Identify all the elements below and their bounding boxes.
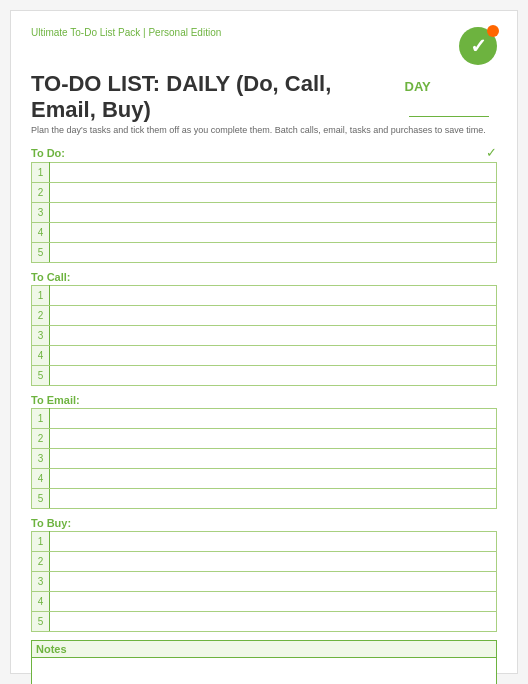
page: Ultimate To-Do List Pack | Personal Edit… (10, 10, 518, 674)
row-content[interactable] (50, 552, 497, 572)
row-content[interactable] (50, 243, 497, 263)
row-number: 2 (32, 183, 50, 203)
section-header-1: To Call: (31, 271, 497, 283)
day-line (409, 116, 489, 117)
row-content[interactable] (50, 223, 497, 243)
row-number: 4 (32, 592, 50, 612)
notes-body[interactable] (31, 657, 497, 684)
section-table-0: 12345 (31, 162, 497, 263)
table-row: 3 (32, 326, 497, 346)
section-label-3: To Buy: (31, 517, 71, 529)
main-title-row: TO-DO LIST: DAILY (Do, Call, Email, Buy)… (31, 71, 497, 123)
table-row: 2 (32, 306, 497, 326)
row-number: 3 (32, 572, 50, 592)
row-content[interactable] (50, 163, 497, 183)
row-content[interactable] (50, 346, 497, 366)
table-row: 4 (32, 223, 497, 243)
table-row: 1 (32, 286, 497, 306)
row-content[interactable] (50, 203, 497, 223)
section-1: To Call:12345 (31, 271, 497, 386)
table-row: 2 (32, 183, 497, 203)
table-row: 5 (32, 243, 497, 263)
day-label: DAY (405, 71, 497, 123)
table-row: 5 (32, 489, 497, 509)
row-number: 4 (32, 223, 50, 243)
section-label-1: To Call: (31, 271, 71, 283)
section-2: To Email:12345 (31, 394, 497, 509)
table-row: 3 (32, 203, 497, 223)
table-row: 2 (32, 552, 497, 572)
row-content[interactable] (50, 592, 497, 612)
section-header-0: To Do:✓ (31, 145, 497, 160)
row-number: 5 (32, 489, 50, 509)
row-number: 5 (32, 243, 50, 263)
section-label-0: To Do: (31, 147, 65, 159)
row-number: 1 (32, 409, 50, 429)
notes-section: Notes (31, 640, 497, 684)
row-content[interactable] (50, 612, 497, 632)
row-number: 2 (32, 306, 50, 326)
row-number: 3 (32, 449, 50, 469)
row-content[interactable] (50, 183, 497, 203)
table-row: 3 (32, 449, 497, 469)
section-checkmark: ✓ (486, 145, 497, 160)
top-title: Ultimate To-Do List Pack | Personal Edit… (31, 27, 221, 38)
top-bar: Ultimate To-Do List Pack | Personal Edit… (31, 27, 497, 65)
notes-label: Notes (31, 640, 497, 657)
row-content[interactable] (50, 409, 497, 429)
section-0: To Do:✓12345 (31, 145, 497, 263)
row-content[interactable] (50, 286, 497, 306)
section-3: To Buy:12345 (31, 517, 497, 632)
table-row: 4 (32, 592, 497, 612)
row-number: 5 (32, 366, 50, 386)
logo-checkmark: ✓ (470, 36, 487, 56)
row-number: 1 (32, 286, 50, 306)
row-number: 3 (32, 203, 50, 223)
section-table-1: 12345 (31, 285, 497, 386)
table-row: 4 (32, 469, 497, 489)
table-row: 3 (32, 572, 497, 592)
row-content[interactable] (50, 429, 497, 449)
table-row: 5 (32, 366, 497, 386)
table-row: 5 (32, 612, 497, 632)
row-content[interactable] (50, 326, 497, 346)
row-content[interactable] (50, 306, 497, 326)
section-header-2: To Email: (31, 394, 497, 406)
section-table-3: 12345 (31, 531, 497, 632)
row-number: 5 (32, 612, 50, 632)
table-row: 1 (32, 532, 497, 552)
row-number: 3 (32, 326, 50, 346)
section-table-2: 12345 (31, 408, 497, 509)
table-row: 2 (32, 429, 497, 449)
table-row: 1 (32, 163, 497, 183)
table-row: 1 (32, 409, 497, 429)
row-content[interactable] (50, 489, 497, 509)
row-number: 1 (32, 532, 50, 552)
row-number: 2 (32, 552, 50, 572)
row-content[interactable] (50, 449, 497, 469)
row-content[interactable] (50, 572, 497, 592)
logo-circle: ✓ (459, 27, 497, 65)
row-content[interactable] (50, 469, 497, 489)
row-number: 4 (32, 469, 50, 489)
row-content[interactable] (50, 532, 497, 552)
sections-container: To Do:✓12345To Call:12345To Email:12345T… (31, 145, 497, 632)
row-number: 4 (32, 346, 50, 366)
row-content[interactable] (50, 366, 497, 386)
section-header-3: To Buy: (31, 517, 497, 529)
section-label-2: To Email: (31, 394, 80, 406)
subtitle: Plan the day's tasks and tick them off a… (31, 125, 497, 135)
page-title: TO-DO LIST: DAILY (Do, Call, Email, Buy) (31, 71, 389, 123)
table-row: 4 (32, 346, 497, 366)
row-number: 2 (32, 429, 50, 449)
row-number: 1 (32, 163, 50, 183)
